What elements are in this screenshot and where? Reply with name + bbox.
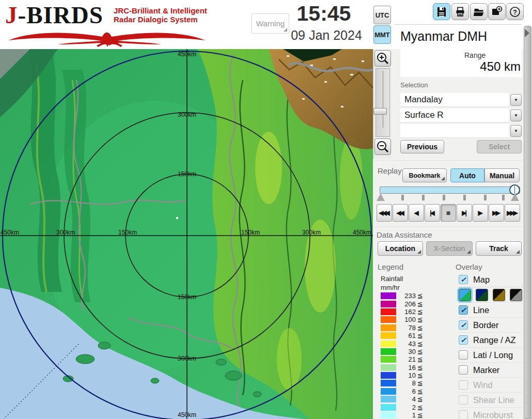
jbirds-app: J-BIRDS JRC-Brilliant & Intelligent Rada… <box>0 0 532 419</box>
bookmark-button[interactable]: Bookmark <box>402 168 447 182</box>
mmt-button[interactable]: MMT <box>373 25 391 44</box>
open-file-button[interactable] <box>470 3 488 20</box>
legend-row: 43≦ <box>381 339 430 347</box>
selection-label: Selection <box>400 81 428 89</box>
site-select-field[interactable]: Mandalay <box>400 93 509 107</box>
skip-to-end-button[interactable]: ▶▶▶ <box>505 204 520 222</box>
legend-row: 233≦ <box>381 292 430 300</box>
logo-birds: -BIRDS <box>18 2 103 28</box>
step-forward-button[interactable]: ▶| <box>457 204 472 222</box>
radar-site-marker <box>176 217 178 219</box>
clock-date: 09 Jan 2024 <box>287 28 366 43</box>
checkbox-border[interactable]: ✓ <box>459 320 468 330</box>
fast-rewind-button[interactable]: ◀◀ <box>393 204 408 222</box>
svg-text:?: ? <box>513 8 517 15</box>
map-style-swatch[interactable] <box>459 289 471 301</box>
overlay-item-lati-long[interactable]: Lati / Long <box>459 348 523 363</box>
product-select-field[interactable]: Surface R <box>400 108 509 122</box>
overlay-item-line[interactable]: ✓ Line <box>459 303 523 318</box>
save-icon <box>436 6 447 18</box>
ring-label: 450km <box>0 229 22 236</box>
step-back-button[interactable]: |◀ <box>425 204 440 222</box>
zoom-control <box>373 49 392 159</box>
zoom-in-button[interactable] <box>374 50 391 67</box>
legend-color-swatch <box>381 308 396 315</box>
select-button[interactable]: Select <box>477 140 522 153</box>
ring-label: 150km <box>239 229 262 236</box>
option-dropdown-button[interactable]: ▼ <box>510 125 522 137</box>
map-style-picker <box>459 287 523 303</box>
overlay-item-marker[interactable]: Marker <box>459 363 523 378</box>
timeline-tick <box>401 195 404 200</box>
export-image-button[interactable] <box>488 3 506 20</box>
option-select-field[interactable] <box>400 124 509 138</box>
x-section-button[interactable]: X-Section <box>426 241 473 256</box>
track-button[interactable]: Track <box>476 241 522 256</box>
map-style-swatch[interactable] <box>493 289 505 301</box>
overlay-list: ✓ Map ✓ Line ✓ Border ✓ Range / AZ Lati … <box>459 272 523 419</box>
product-dropdown-button[interactable]: ▼ <box>510 110 522 121</box>
timeline-tick <box>502 195 505 200</box>
timeline-end-marker[interactable] <box>511 193 519 201</box>
legend-color-swatch <box>381 340 396 347</box>
map-style-swatch[interactable] <box>476 289 488 301</box>
overlay-label: Overlay <box>456 262 482 271</box>
print-icon <box>455 6 466 18</box>
check-icon: ✓ <box>460 321 466 329</box>
skip-to-start-button[interactable]: ◀◀◀ <box>377 204 392 222</box>
legend-row: 206≦ <box>381 300 430 307</box>
checkbox-range-az[interactable]: ✓ <box>459 335 468 345</box>
open-folder-icon <box>473 6 484 18</box>
legend-color-swatch <box>381 372 396 379</box>
legend-label: Legend <box>378 262 403 271</box>
help-button[interactable]: ? <box>506 3 524 20</box>
range-value: 450 km <box>452 59 521 74</box>
zoom-slider-thumb[interactable] <box>373 108 387 115</box>
warning-button[interactable]: Warning <box>252 13 289 34</box>
stop-button[interactable]: ■ <box>441 204 456 222</box>
timeline-tick <box>463 195 466 200</box>
location-button[interactable]: Location <box>378 241 423 256</box>
collapse-panel-arrow-icon[interactable] <box>525 29 529 37</box>
legend-row: 100≦ <box>381 316 430 323</box>
legend-title: Rainfall mm/hr <box>381 274 403 292</box>
timeline-tick <box>484 195 487 200</box>
ring-label: 450km <box>175 411 199 418</box>
timeline-tick <box>443 195 445 200</box>
rainfall-legend: 233≦ 206≦ 162≦ 100≦ 78≦ 61≦ 43≦ 30≦ 21≦ … <box>381 292 430 419</box>
replay-timeline-slider[interactable] <box>380 187 520 194</box>
radar-map[interactable]: 450km 300km 150km 150km 300km 450km 450k… <box>0 49 373 419</box>
zoom-out-button[interactable] <box>374 138 391 155</box>
manual-mode-button[interactable]: Manual <box>484 168 520 182</box>
save-button[interactable] <box>433 3 450 20</box>
add-image-icon <box>491 6 503 18</box>
play-button[interactable]: ▶ <box>473 204 488 222</box>
legend-color-swatch <box>381 396 396 402</box>
overlay-item-range-az[interactable]: ✓ Range / AZ <box>459 333 523 348</box>
auto-mode-button[interactable]: Auto <box>450 168 484 182</box>
checkbox-marker[interactable] <box>459 365 468 375</box>
legend-color-swatch <box>381 404 396 411</box>
checkbox-lati-long[interactable] <box>459 350 468 360</box>
overlay-item-map[interactable]: ✓ Map <box>459 272 523 287</box>
legend-color-swatch <box>381 332 396 339</box>
fast-forward-button[interactable]: ▶▶ <box>489 204 504 222</box>
site-dropdown-button[interactable]: ▼ <box>510 94 522 106</box>
timeline-start-marker[interactable] <box>377 193 385 201</box>
zoom-slider-track[interactable] <box>375 68 390 137</box>
map-style-swatch[interactable] <box>510 289 522 301</box>
logo-j: J <box>5 2 18 28</box>
legend-row: 61≦ <box>381 332 430 339</box>
checkbox-map[interactable]: ✓ <box>459 275 468 284</box>
play-reverse-button[interactable]: ◀ <box>409 204 424 222</box>
print-button[interactable] <box>451 3 469 20</box>
chevron-down-icon: ▼ <box>514 113 518 118</box>
overlay-item-border[interactable]: ✓ Border <box>459 318 523 333</box>
legend-row: 1≦ <box>381 411 430 419</box>
checkbox-line[interactable]: ✓ <box>459 305 468 315</box>
utc-button[interactable]: UTC <box>373 6 391 24</box>
previous-button[interactable]: Previous <box>400 140 444 153</box>
panel-scrollbar[interactable] <box>524 26 531 419</box>
help-icon: ? <box>509 6 521 18</box>
checkbox-wind <box>459 380 468 390</box>
